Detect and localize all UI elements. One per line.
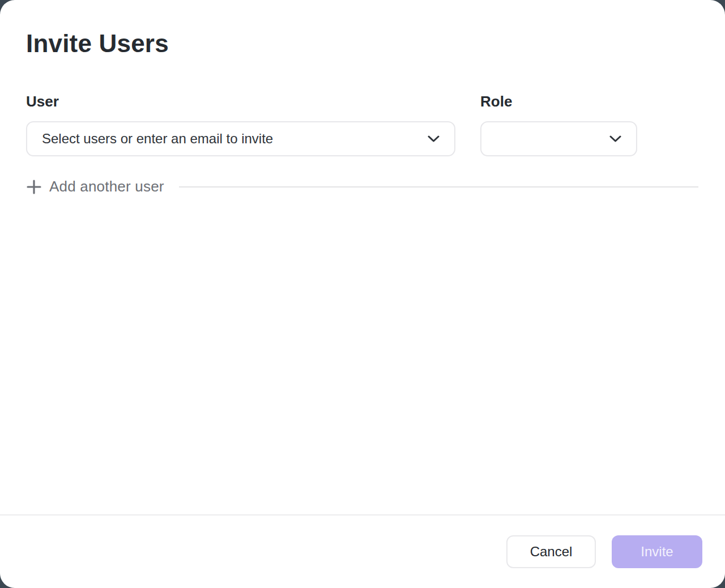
user-field-label: User [26, 93, 455, 110]
add-another-user-row: Add another user [26, 178, 698, 195]
plus-icon [26, 179, 42, 195]
modal-body: Invite Users User Select users or enter … [0, 0, 725, 514]
add-another-user-button[interactable]: Add another user [26, 178, 164, 195]
modal-footer: Cancel Invite [0, 514, 725, 588]
role-select[interactable] [480, 121, 637, 156]
role-field-group: Role [480, 93, 637, 156]
chevron-down-icon [428, 135, 440, 142]
user-select[interactable]: Select users or enter an email to invite [26, 121, 455, 156]
chevron-down-icon [609, 135, 621, 142]
invite-users-modal: Invite Users User Select users or enter … [0, 0, 725, 588]
invite-form-row: User Select users or enter an email to i… [26, 93, 698, 156]
user-select-placeholder: Select users or enter an email to invite [42, 131, 421, 147]
add-another-user-label: Add another user [49, 178, 164, 195]
role-field-label: Role [480, 93, 637, 110]
user-field-group: User Select users or enter an email to i… [26, 93, 455, 156]
page-title: Invite Users [26, 29, 698, 58]
horizontal-rule [179, 186, 698, 188]
invite-button[interactable]: Invite [612, 535, 702, 568]
cancel-button[interactable]: Cancel [506, 535, 596, 568]
